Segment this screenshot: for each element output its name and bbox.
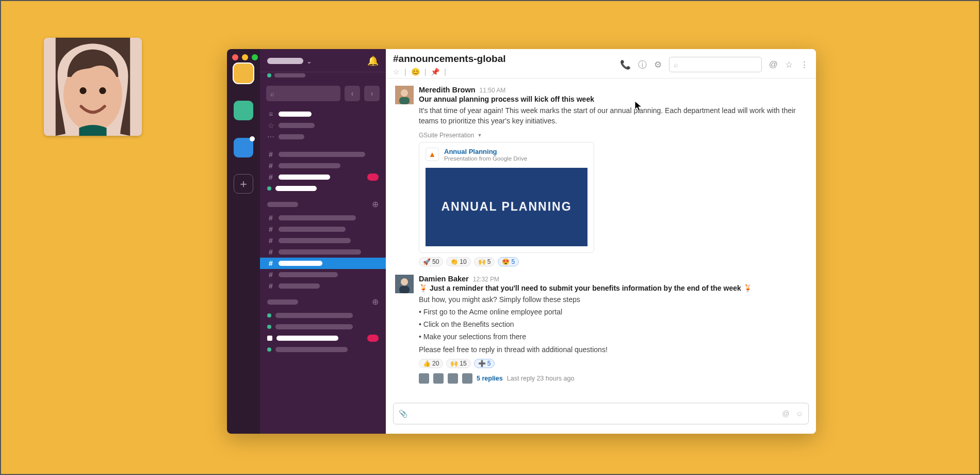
attachment-card[interactable]: ▲Annual PlanningPresentation from Google… (419, 142, 594, 253)
sidebar-channel-b2[interactable]: # (260, 235, 386, 246)
info-icon[interactable]: ⓘ (638, 59, 647, 71)
hash-icon: # (267, 259, 274, 267)
workspace-tile-0[interactable] (234, 64, 253, 83)
message-subject: Our annual planning process will kick of… (419, 95, 807, 103)
reaction[interactable]: 👏10 (446, 257, 470, 266)
attachment-preview: ANNUAL PLANNING (426, 168, 587, 246)
channels-section-header[interactable]: ⊕ (260, 194, 386, 210)
pin-icon[interactable]: 📌 (431, 68, 439, 76)
message-body: It's that time of year again! This week … (419, 105, 807, 126)
sidebar-channel-b3[interactable]: # (260, 246, 386, 258)
thread-last-reply: Last reply 23 hours ago (507, 375, 575, 382)
gear-icon[interactable]: ⚙ (654, 59, 662, 70)
attach-icon[interactable]: 📎 (399, 409, 407, 418)
author-avatar[interactable] (395, 275, 414, 293)
notifications-icon[interactable]: 🔔 (367, 55, 379, 67)
presence-dot (267, 336, 272, 341)
star-channel-icon[interactable]: ☆ (785, 59, 793, 70)
hash-icon: # (267, 214, 274, 222)
maximize-window-button[interactable] (252, 54, 258, 60)
history-forward-button[interactable]: › (364, 86, 380, 101)
sidebar-channel-b5[interactable]: # (260, 269, 386, 280)
thread-replies-link[interactable]: 5 replies (477, 375, 503, 382)
thread-avatar (448, 373, 458, 384)
thread-avatar (433, 373, 444, 384)
unread-badge (367, 335, 379, 342)
add-dm-icon[interactable]: ⊕ (372, 297, 379, 307)
history-back-button[interactable]: ‹ (345, 86, 360, 101)
reactions-bar: 👍20🙌15➕5 (419, 359, 807, 368)
workspace-tile-1[interactable] (234, 101, 253, 120)
reaction[interactable]: 👍20 (419, 359, 443, 368)
hash-icon: # (267, 162, 274, 170)
mentions-icon[interactable]: @ (769, 59, 778, 70)
message-closing: Please feel free to reply in thread with… (419, 344, 807, 355)
workspace-rail: ＋ (227, 49, 260, 434)
window-controls (232, 54, 258, 60)
attachment-source[interactable]: GSuite Presentation ▼ (419, 132, 807, 139)
sidebar-channel-a3[interactable] (260, 183, 386, 194)
star-icon[interactable]: ☆ (393, 68, 400, 76)
promo-avatar (44, 38, 142, 136)
sidebar-top-item-1[interactable]: ☆ (260, 120, 386, 131)
sidebar-channel-a0[interactable]: # (260, 149, 386, 160)
search-icon: ⌕ (674, 60, 678, 69)
add-workspace-button[interactable]: ＋ (234, 174, 253, 194)
user-status[interactable] (260, 72, 386, 83)
reactions-bar: 🚀50👏10🙌5😍5 (419, 257, 807, 266)
sidebar-channel-b1[interactable]: # (260, 224, 386, 235)
presence-dot (267, 347, 271, 352)
thread-avatar (462, 373, 472, 384)
sidebar-top-item-2[interactable]: ⋯ (260, 131, 386, 142)
slack-window: ＋ ⌄ 🔔 ⌕ ‹ › ≡☆⋯ ### ⊕ ####### ⊕ (227, 49, 816, 434)
search-input[interactable]: ⌕ (669, 57, 762, 72)
unread-badge (367, 173, 379, 181)
close-window-button[interactable] (232, 54, 238, 60)
sidebar-channel-b0[interactable]: # (260, 212, 386, 224)
message-bullet: • Click on the Benefits section (419, 319, 807, 329)
dms-section-header[interactable]: ⊕ (260, 292, 386, 308)
thread-summary[interactable]: 5 repliesLast reply 23 hours ago (419, 373, 807, 384)
sidebar-dm-0[interactable] (260, 310, 386, 321)
minimize-window-button[interactable] (242, 54, 248, 60)
channel-title[interactable]: #announcements-global (393, 53, 506, 65)
reaction[interactable]: 😍5 (498, 257, 519, 266)
message-author[interactable]: Damien Baker (419, 275, 469, 283)
svg-rect-8 (399, 286, 410, 293)
workspace-tile-2[interactable] (234, 138, 253, 157)
jump-to-input[interactable]: ⌕ (266, 86, 340, 101)
sidebar-channel-b6[interactable]: # (260, 280, 386, 292)
sidebar-dm-2[interactable] (260, 332, 386, 344)
message-author[interactable]: Meredith Brown (419, 86, 476, 94)
attachment-title: Annual Planning (444, 148, 527, 155)
channel-header: #announcements-global ☆| 😊| 📌| 📞 ⓘ ⚙ ⌕ @… (386, 49, 816, 78)
svg-point-2 (99, 87, 106, 94)
workspace-switcher[interactable]: ⌄ (267, 57, 312, 65)
members-icon[interactable]: 😊 (411, 68, 420, 76)
reaction[interactable]: 🙌5 (474, 257, 495, 266)
author-avatar[interactable] (395, 86, 414, 104)
mouse-cursor (634, 101, 643, 112)
sidebar-dm-1[interactable] (260, 321, 386, 332)
emoji-icon[interactable]: ☺ (796, 409, 803, 418)
reaction[interactable]: 🙌15 (446, 359, 470, 368)
sidebar-channel-a1[interactable]: # (260, 160, 386, 171)
reaction[interactable]: 🚀50 (419, 257, 443, 266)
message-composer[interactable]: 📎 @ ☺ (393, 403, 809, 424)
sidebar-dm-3[interactable] (260, 344, 386, 355)
sidebar-channel-a2[interactable]: # (260, 171, 386, 183)
call-icon[interactable]: 📞 (620, 59, 631, 70)
more-icon[interactable]: ⋮ (800, 59, 809, 70)
message-list: Meredith Brown11:50 AMOur annual plannin… (386, 78, 816, 399)
section-icon: ☆ (267, 121, 274, 130)
reaction[interactable]: ➕5 (474, 359, 495, 368)
message-body: But how, you might ask? Simply follow th… (419, 294, 807, 305)
chevron-down-icon: ⌄ (306, 57, 312, 65)
message-1: Damien Baker12:32 PM🍹 Just a reminder th… (395, 275, 807, 384)
sidebar-top-item-0[interactable]: ≡ (260, 108, 386, 120)
svg-point-4 (401, 89, 408, 97)
mention-icon[interactable]: @ (782, 409, 789, 418)
add-channel-icon[interactable]: ⊕ (372, 199, 379, 209)
sidebar-channel-b4[interactable]: # (260, 258, 386, 269)
gsuite-icon: ▲ (426, 148, 439, 161)
